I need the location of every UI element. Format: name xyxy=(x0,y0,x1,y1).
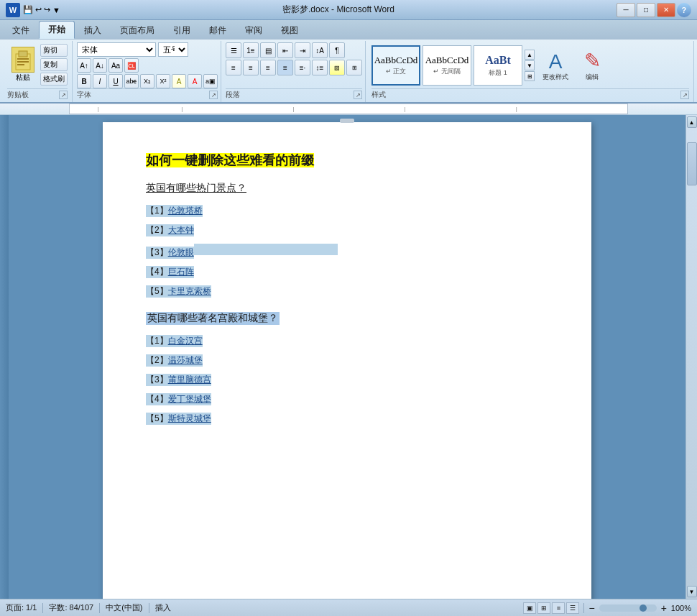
fill-color-button[interactable]: ▧ xyxy=(329,60,345,75)
zoom-level-label: 100% xyxy=(671,604,691,612)
list-multilevel-button[interactable]: ▤ xyxy=(260,42,276,58)
status-language: 中文(中国) xyxy=(106,602,142,613)
window-title: 密影梦.docx - Microsoft Word xyxy=(282,4,394,16)
font-size-select[interactable]: 五号 小四 四号 xyxy=(158,42,188,57)
tab-review[interactable]: 审阅 xyxy=(236,22,272,39)
list-number-button[interactable]: 1≡ xyxy=(243,42,259,58)
view-outline-button[interactable]: ≡ xyxy=(552,602,565,614)
minimize-button[interactable]: ─ xyxy=(617,3,635,17)
help-button[interactable]: ? xyxy=(677,3,691,17)
maximize-button[interactable]: □ xyxy=(637,3,655,17)
section2-item5: 【5】 斯特灵城堡 xyxy=(146,413,548,425)
vertical-scrollbar[interactable]: ▲ ▼ xyxy=(686,115,697,599)
bold-button[interactable]: B xyxy=(77,74,91,88)
zoom-slider[interactable] xyxy=(599,604,657,612)
section1-item3: 【3】 伦敦眼 xyxy=(146,244,548,259)
scroll-down-button[interactable]: ▼ xyxy=(687,586,697,597)
section2-item1: 【1】 白金汉宫 xyxy=(146,335,548,347)
justify-button[interactable]: ≡ xyxy=(277,60,293,75)
font-family-select[interactable]: 宋体 xyxy=(77,42,156,57)
clipboard-expand[interactable]: ↗ xyxy=(59,91,68,99)
change-styles-button[interactable]: A 更改样式 xyxy=(537,49,574,83)
tab-home[interactable]: 开始 xyxy=(39,21,75,39)
s2item5-text: 斯特灵城堡 xyxy=(168,413,211,425)
show-hide-button[interactable]: ¶ xyxy=(329,42,345,58)
underline-button[interactable]: U xyxy=(109,74,123,88)
section2-item4: 【4】 爱丁堡城堡 xyxy=(146,393,548,405)
ribbon: 文件 开始 插入 页面布局 引用 邮件 审阅 视图 xyxy=(0,20,697,104)
status-insert-mode: 插入 xyxy=(155,602,171,613)
line-spacing-button[interactable]: ↕≡ xyxy=(312,60,328,75)
align-center-button[interactable]: ≡ xyxy=(243,60,259,75)
item5-text: 卡里克索桥 xyxy=(168,285,211,298)
indent-decrease-button[interactable]: ⇤ xyxy=(277,42,293,58)
view-print-button[interactable]: ▣ xyxy=(523,602,536,614)
styles-scroll-down[interactable]: ▼ xyxy=(525,60,535,70)
s2item1-text: 白金汉宫 xyxy=(168,335,203,347)
scroll-up-button[interactable]: ▲ xyxy=(687,116,697,128)
document-area[interactable]: 如何一键删除这些难看的前缀 英国有哪些热门景点？ 【1】 伦敦塔桥 【2】 大本… xyxy=(9,115,686,599)
zoom-out-button[interactable]: − xyxy=(588,602,594,614)
tab-file[interactable]: 文件 xyxy=(3,22,39,39)
copy-button[interactable]: 复制 xyxy=(40,58,68,71)
align-left-button[interactable]: ≡ xyxy=(226,60,241,75)
font-case-button[interactable]: Aa xyxy=(109,58,123,73)
paste-button[interactable]: 粘贴 xyxy=(7,42,39,87)
view-web-button[interactable]: ⊞ xyxy=(537,602,550,614)
italic-button[interactable]: I xyxy=(93,74,107,88)
style-wujian[interactable]: AaBbCcDd ↵ 无间隔 xyxy=(423,45,471,86)
style-zhengwen[interactable]: AaBbCcDd ↵ 正文 xyxy=(371,45,420,86)
left-margin xyxy=(0,115,9,599)
section1-heading-wrapper: 英国有哪些热门景点？ xyxy=(146,182,548,202)
quick-access-dropdown[interactable]: ▼ xyxy=(52,6,60,14)
save-icon[interactable]: 💾 xyxy=(23,5,33,14)
s2item4-text: 爱丁堡城堡 xyxy=(168,393,211,405)
tab-layout[interactable]: 页面布局 xyxy=(111,22,164,39)
indent-increase-button[interactable]: ⇥ xyxy=(295,42,310,58)
sort-button[interactable]: ↕A xyxy=(312,42,328,58)
s2item3-prefix: 【3】 xyxy=(146,374,168,386)
align-right-button[interactable]: ≡ xyxy=(260,60,276,75)
item3-prefix: 【3】 xyxy=(146,247,168,259)
font-decrease-button[interactable]: A↓ xyxy=(93,58,107,73)
style-biaoti1[interactable]: AaBt 标题 1 xyxy=(474,45,522,86)
paragraph-expand[interactable]: ↗ xyxy=(354,91,362,99)
undo-icon[interactable]: ↩ xyxy=(35,5,42,14)
subscript-button[interactable]: X₂ xyxy=(140,74,154,88)
word-icon: W xyxy=(6,3,20,17)
clear-format-button[interactable]: 🆑 xyxy=(124,58,139,73)
char-shade-button[interactable]: a▣ xyxy=(203,74,218,88)
font-expand[interactable]: ↗ xyxy=(209,91,218,99)
border-button[interactable]: ⊞ xyxy=(346,60,362,75)
strikethrough-button[interactable]: abc̶ xyxy=(124,74,139,88)
font-increase-button[interactable]: A↑ xyxy=(77,58,91,73)
scroll-thumb[interactable] xyxy=(687,142,697,185)
section-gap-1 xyxy=(146,305,548,312)
styles-expand[interactable]: ↗ xyxy=(680,91,689,99)
s2item4-prefix: 【4】 xyxy=(146,393,168,405)
view-draft-button[interactable]: ☰ xyxy=(566,602,579,614)
distributed-button[interactable]: ≡· xyxy=(295,60,310,75)
status-right: ▣ ⊞ ≡ ☰ − + 100% xyxy=(523,602,691,614)
highlight-color-button[interactable]: A xyxy=(172,74,186,88)
paragraph-row2: ≡ ≡ ≡ ≡ ≡· ↕≡ ▧ ⊞ xyxy=(226,60,362,75)
font-color-button[interactable]: A xyxy=(188,74,202,88)
styles-scroll-more[interactable]: ⊞ xyxy=(525,71,535,81)
section2-heading: 英国有哪些著名宫殿和城堡？ xyxy=(146,312,280,325)
paste-label: 粘贴 xyxy=(16,73,30,83)
tab-references[interactable]: 引用 xyxy=(164,22,200,39)
zoom-in-button[interactable]: + xyxy=(661,602,667,614)
styles-scroll-up[interactable]: ▲ xyxy=(525,50,535,60)
tab-mail[interactable]: 邮件 xyxy=(200,22,236,39)
superscript-button[interactable]: X² xyxy=(156,74,170,88)
tab-insert[interactable]: 插入 xyxy=(75,22,111,39)
list-bullet-button[interactable]: ☰ xyxy=(226,42,241,58)
ruler-mark-4: | xyxy=(405,106,406,112)
edit-button[interactable]: ✎ 编辑 xyxy=(576,49,608,82)
format-painter-button[interactable]: 格式刷 xyxy=(40,73,68,86)
redo-icon[interactable]: ↪ xyxy=(44,5,50,14)
tab-view[interactable]: 视图 xyxy=(272,22,308,39)
close-button[interactable]: ✕ xyxy=(657,3,675,17)
style-zhengwen-label: ↵ 正文 xyxy=(386,67,407,76)
cut-button[interactable]: 剪切 xyxy=(40,44,68,57)
